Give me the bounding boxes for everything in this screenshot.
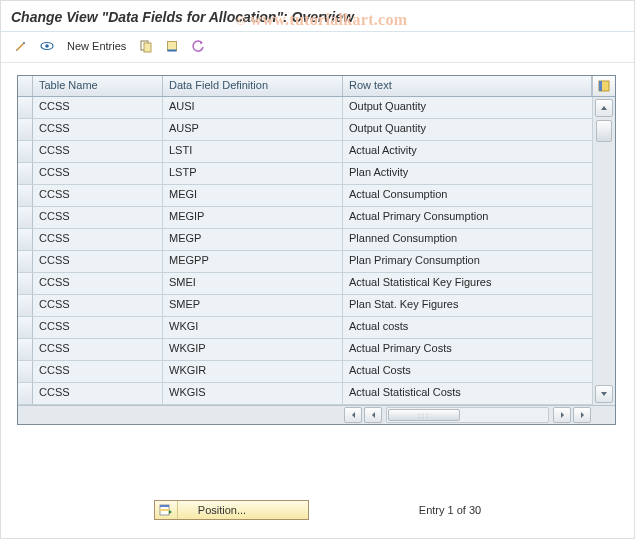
cell-data-field[interactable]: MEGPP: [163, 251, 343, 272]
cell-row-text[interactable]: Actual Consumption: [343, 185, 593, 206]
scroll-right2-icon[interactable]: [573, 407, 591, 423]
cell-row-text[interactable]: Plan Activity: [343, 163, 593, 184]
table-row[interactable]: CCSSSMEIActual Statistical Key Figures: [18, 273, 593, 295]
cell-table-name[interactable]: CCSS: [33, 119, 163, 140]
delete-icon[interactable]: [162, 36, 182, 56]
cell-row-text[interactable]: Planned Consumption: [343, 229, 593, 250]
row-selector[interactable]: [18, 361, 33, 382]
cell-table-name[interactable]: CCSS: [33, 97, 163, 118]
cell-data-field[interactable]: MEGP: [163, 229, 343, 250]
cell-data-field[interactable]: MEGIP: [163, 207, 343, 228]
table-settings-icon[interactable]: [592, 76, 615, 96]
table-row[interactable]: CCSSMEGPPPlan Primary Consumption: [18, 251, 593, 273]
row-selector[interactable]: [18, 97, 33, 118]
row-selector[interactable]: [18, 383, 33, 404]
row-selector[interactable]: [18, 207, 33, 228]
toggle-display-change-icon[interactable]: [11, 36, 31, 56]
cell-data-field[interactable]: AUSI: [163, 97, 343, 118]
column-header-table-name[interactable]: Table Name: [33, 76, 163, 96]
cell-row-text[interactable]: Actual Activity: [343, 141, 593, 162]
row-selector[interactable]: [18, 339, 33, 360]
cell-row-text[interactable]: Output Quantity: [343, 119, 593, 140]
column-header-data-field[interactable]: Data Field Definition: [163, 76, 343, 96]
cell-data-field[interactable]: MEGI: [163, 185, 343, 206]
cell-data-field[interactable]: WKGIP: [163, 339, 343, 360]
scroll-left-icon[interactable]: [344, 407, 362, 423]
table-row[interactable]: CCSSWKGIRActual Costs: [18, 361, 593, 383]
row-selector[interactable]: [18, 295, 33, 316]
row-selector[interactable]: [18, 185, 33, 206]
cell-table-name[interactable]: CCSS: [33, 141, 163, 162]
cell-data-field[interactable]: SMEI: [163, 273, 343, 294]
table-row[interactable]: CCSSAUSPOutput Quantity: [18, 119, 593, 141]
table-row[interactable]: CCSSWKGIPActual Primary Costs: [18, 339, 593, 361]
table-row[interactable]: CCSSLSTIActual Activity: [18, 141, 593, 163]
cell-table-name[interactable]: CCSS: [33, 273, 163, 294]
undo-change-icon[interactable]: [188, 36, 208, 56]
cell-table-name[interactable]: CCSS: [33, 317, 163, 338]
cell-row-text[interactable]: Plan Stat. Key Figures: [343, 295, 593, 316]
cell-data-field[interactable]: WKGIR: [163, 361, 343, 382]
table-body: CCSSAUSIOutput QuantityCCSSAUSPOutput Qu…: [18, 97, 593, 405]
horizontal-scrollbar[interactable]: :::: [386, 407, 549, 423]
horizontal-thumb[interactable]: :::: [388, 409, 460, 421]
cell-row-text[interactable]: Plan Primary Consumption: [343, 251, 593, 272]
row-selector[interactable]: [18, 317, 33, 338]
svg-rect-11: [160, 509, 169, 511]
cell-table-name[interactable]: CCSS: [33, 251, 163, 272]
cell-table-name[interactable]: CCSS: [33, 361, 163, 382]
scroll-up-icon[interactable]: [595, 99, 613, 117]
cell-row-text[interactable]: Actual costs: [343, 317, 593, 338]
svg-rect-5: [168, 42, 177, 51]
table-row[interactable]: CCSSSMEPPlan Stat. Key Figures: [18, 295, 593, 317]
row-selector[interactable]: [18, 229, 33, 250]
new-entries-button[interactable]: New Entries: [63, 40, 130, 52]
cell-data-field[interactable]: SMEP: [163, 295, 343, 316]
cell-table-name[interactable]: CCSS: [33, 383, 163, 404]
column-header-row-text[interactable]: Row text: [343, 76, 592, 96]
horizontal-scrollbar-row: :::: [18, 405, 615, 424]
table-row[interactable]: CCSSWKGISActual Statistical Costs: [18, 383, 593, 405]
table-row[interactable]: CCSSLSTPPlan Activity: [18, 163, 593, 185]
vertical-scrollbar[interactable]: [593, 97, 615, 405]
table-row[interactable]: CCSSMEGIPActual Primary Consumption: [18, 207, 593, 229]
other-view-icon[interactable]: [37, 36, 57, 56]
cell-row-text[interactable]: Output Quantity: [343, 97, 593, 118]
cell-row-text[interactable]: Actual Primary Consumption: [343, 207, 593, 228]
cell-table-name[interactable]: CCSS: [33, 185, 163, 206]
cell-data-field[interactable]: WKGIS: [163, 383, 343, 404]
row-selector[interactable]: [18, 273, 33, 294]
cell-table-name[interactable]: CCSS: [33, 163, 163, 184]
table-row[interactable]: CCSSWKGIActual costs: [18, 317, 593, 339]
cell-table-name[interactable]: CCSS: [33, 339, 163, 360]
table-row[interactable]: CCSSAUSIOutput Quantity: [18, 97, 593, 119]
row-selector[interactable]: [18, 163, 33, 184]
row-selector[interactable]: [18, 141, 33, 162]
cell-table-name[interactable]: CCSS: [33, 229, 163, 250]
table-row[interactable]: CCSSMEGPPlanned Consumption: [18, 229, 593, 251]
cell-row-text[interactable]: Actual Costs: [343, 361, 593, 382]
position-icon: [155, 501, 178, 519]
cell-data-field[interactable]: AUSP: [163, 119, 343, 140]
copy-as-icon[interactable]: [136, 36, 156, 56]
scroll-left2-icon[interactable]: [364, 407, 382, 423]
cell-row-text[interactable]: Actual Statistical Costs: [343, 383, 593, 404]
cell-table-name[interactable]: CCSS: [33, 207, 163, 228]
cell-data-field[interactable]: LSTP: [163, 163, 343, 184]
cell-table-name[interactable]: CCSS: [33, 295, 163, 316]
data-table: Table Name Data Field Definition Row tex…: [17, 75, 616, 425]
row-selector[interactable]: [18, 119, 33, 140]
scroll-down-icon[interactable]: [595, 385, 613, 403]
cell-data-field[interactable]: WKGI: [163, 317, 343, 338]
select-all-column[interactable]: [18, 76, 33, 96]
cell-data-field[interactable]: LSTI: [163, 141, 343, 162]
cell-row-text[interactable]: Actual Statistical Key Figures: [343, 273, 593, 294]
scroll-right-icon[interactable]: [553, 407, 571, 423]
position-button[interactable]: Position...: [154, 500, 309, 520]
toolbar: New Entries: [1, 32, 634, 63]
scroll-thumb[interactable]: [596, 120, 612, 142]
row-selector[interactable]: [18, 251, 33, 272]
table-row[interactable]: CCSSMEGIActual Consumption: [18, 185, 593, 207]
svg-rect-8: [599, 81, 602, 91]
cell-row-text[interactable]: Actual Primary Costs: [343, 339, 593, 360]
